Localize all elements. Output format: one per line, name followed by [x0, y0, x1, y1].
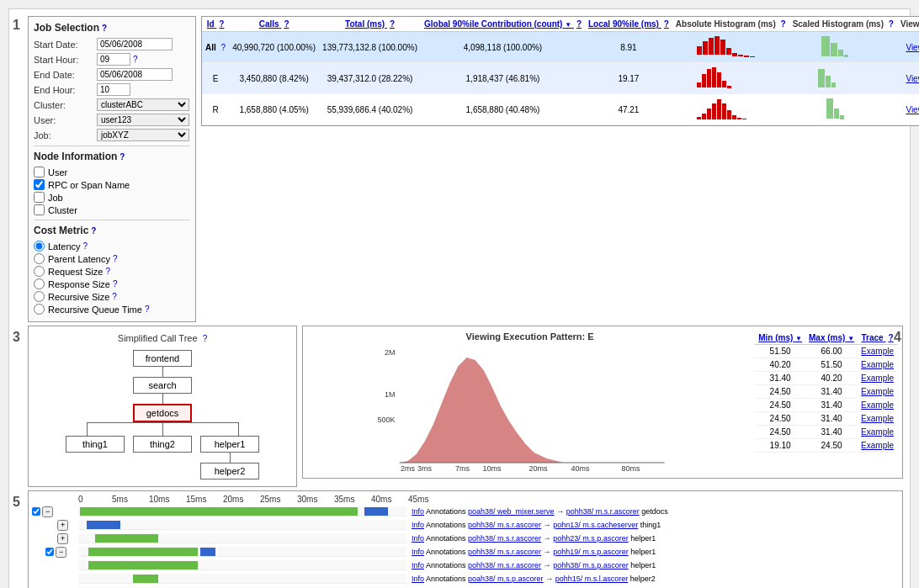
- svg-rect-32: [737, 118, 741, 119]
- cell-view-all[interactable]: View: [897, 32, 919, 63]
- col-calls[interactable]: Calls ?: [229, 17, 319, 32]
- cell-local-e: 19.17: [585, 63, 672, 94]
- trace-link-3[interactable]: Example: [858, 385, 897, 399]
- trace-col-min[interactable]: Min (ms) ▼: [755, 331, 805, 345]
- trace-link-2[interactable]: Example: [858, 372, 897, 385]
- help-icon-rq[interactable]: ?: [145, 305, 150, 314]
- col-global[interactable]: Global 90%ile Contribution (count) ▼ ?: [421, 17, 585, 32]
- help-icon-latency[interactable]: ?: [83, 241, 88, 251]
- radio-response-label: Response Size: [48, 279, 110, 289]
- bar-3-0: [88, 548, 198, 556]
- help-icon-cost[interactable]: ?: [91, 226, 96, 236]
- trace-max-5: 31.40: [805, 412, 858, 426]
- radio-parent-latency[interactable]: [34, 253, 45, 264]
- trace-max-6: 31.40: [805, 426, 858, 439]
- checkbox-user[interactable]: [34, 167, 45, 177]
- tree-node-thing1[interactable]: thing1: [66, 436, 125, 453]
- col-view: View ?: [897, 17, 919, 32]
- sort-arrow-icon[interactable]: ▼: [565, 21, 571, 29]
- radio-recursive-queue[interactable]: [34, 304, 45, 315]
- trace-link-1[interactable]: Example: [858, 358, 897, 372]
- view-link-e[interactable]: View: [906, 74, 919, 83]
- timeline-minus-btn-3[interactable]: −: [56, 547, 66, 558]
- help-icon-total[interactable]: ?: [390, 19, 395, 29]
- tree-node-search[interactable]: search: [133, 377, 192, 394]
- radio-latency[interactable]: [34, 241, 45, 252]
- col-id[interactable]: Id ?: [202, 17, 229, 32]
- timeline-plus-btn-1[interactable]: +: [57, 520, 68, 531]
- view-link-all[interactable]: View: [906, 43, 919, 52]
- trace-col-max[interactable]: Max (ms) ▼: [805, 331, 858, 345]
- user-select[interactable]: user123: [97, 114, 189, 126]
- tick-35ms: 35ms: [334, 495, 371, 504]
- help-icon-job[interactable]: ?: [102, 24, 107, 33]
- help-icon-global[interactable]: ?: [576, 19, 582, 29]
- help-icon-recursive[interactable]: ?: [112, 292, 117, 301]
- trace-link-4[interactable]: Example: [858, 399, 897, 412]
- help-icon-node[interactable]: ?: [120, 152, 125, 162]
- timeline-controls-1: +: [32, 520, 78, 531]
- end-hour-input[interactable]: [97, 83, 130, 96]
- radio-request-size[interactable]: [34, 266, 45, 277]
- tree-node-helper1[interactable]: helper1: [200, 436, 259, 453]
- help-icon-scaled[interactable]: ?: [889, 19, 894, 29]
- cell-view-e[interactable]: View: [897, 63, 919, 94]
- col-scaled-hist: Scaled Histogram (ms) ?: [789, 17, 897, 32]
- help-icon-request[interactable]: ?: [105, 267, 110, 276]
- tree-node-helper2[interactable]: helper2: [200, 463, 259, 479]
- timeline-check-3[interactable]: [45, 548, 54, 556]
- help-icon-abs[interactable]: ?: [781, 19, 786, 29]
- svg-text:2ms: 2ms: [401, 464, 416, 471]
- tree-node-getdocs[interactable]: getdocs: [133, 404, 192, 422]
- trace-max-2: 40.20: [805, 372, 858, 385]
- col-total[interactable]: Total (ms) ?: [319, 17, 421, 32]
- trace-link-7[interactable]: Example: [858, 439, 897, 453]
- help-icon-tree[interactable]: ?: [203, 334, 208, 343]
- radio-recursive-size[interactable]: [34, 291, 45, 302]
- timeline-info-2: Info Annotations pohh38/ m.s.r.ascorer →…: [406, 534, 899, 543]
- radio-response-size[interactable]: [34, 278, 45, 289]
- help-icon-response[interactable]: ?: [113, 279, 118, 289]
- max-sort-icon[interactable]: ▼: [847, 335, 854, 342]
- help-icon-calls[interactable]: ?: [284, 19, 289, 29]
- bar-0-0: [80, 507, 358, 516]
- cell-id-r: R: [202, 94, 229, 125]
- timeline-row-2: +Info Annotations pohh38/ m.s.r.ascorer …: [32, 532, 899, 544]
- start-date-input[interactable]: [97, 38, 173, 50]
- timeline-info-4: Info Annotations pohh38/ m.s.r.ascorer →…: [406, 561, 899, 569]
- node-info-title: Node Information?: [34, 151, 190, 162]
- scaled-histogram-all: [810, 34, 877, 58]
- tree-node-thing2[interactable]: thing2: [133, 436, 192, 453]
- cell-view-r[interactable]: View: [897, 94, 919, 125]
- tree-node-frontend[interactable]: frontend: [133, 350, 192, 367]
- job-label: Job:: [34, 130, 97, 140]
- checkbox-job-label: Job: [48, 193, 63, 203]
- checkbox-rpc[interactable]: [34, 179, 45, 190]
- help-icon-parent[interactable]: ?: [113, 254, 118, 263]
- view-link-r[interactable]: View: [906, 105, 919, 114]
- svg-rect-16: [707, 69, 711, 87]
- cell-calls-all: 40,990,720 (100.00%): [229, 32, 319, 63]
- cluster-select[interactable]: clusterABC: [97, 98, 189, 111]
- checkbox-user-label: User: [48, 167, 67, 177]
- timeline-plus-btn-2[interactable]: +: [57, 533, 68, 544]
- timeline-check-0[interactable]: [32, 507, 40, 516]
- trace-min-2: 31.40: [755, 372, 805, 385]
- checkbox-job[interactable]: [34, 192, 45, 203]
- start-hour-input[interactable]: [97, 53, 130, 66]
- min-sort-icon[interactable]: ▼: [795, 335, 802, 342]
- checkbox-cluster[interactable]: [34, 204, 45, 215]
- cell-global-all: 4,098,118 (100.00%): [421, 32, 585, 63]
- trace-link-5[interactable]: Example: [858, 412, 897, 426]
- help-icon-local[interactable]: ?: [664, 19, 669, 29]
- job-select[interactable]: jobXYZ: [97, 129, 189, 141]
- help-icon-all[interactable]: ?: [221, 43, 226, 52]
- help-icon-hour[interactable]: ?: [133, 55, 138, 64]
- col-local[interactable]: Local 90%ile (ms) ?: [585, 17, 672, 32]
- trace-link-0[interactable]: Example: [858, 345, 897, 358]
- help-icon-id[interactable]: ?: [219, 19, 224, 29]
- timeline-minus-btn-0[interactable]: −: [42, 506, 53, 517]
- help-icon-trace[interactable]: ?: [888, 333, 893, 342]
- trace-link-6[interactable]: Example: [858, 426, 897, 439]
- end-date-input[interactable]: [97, 68, 173, 81]
